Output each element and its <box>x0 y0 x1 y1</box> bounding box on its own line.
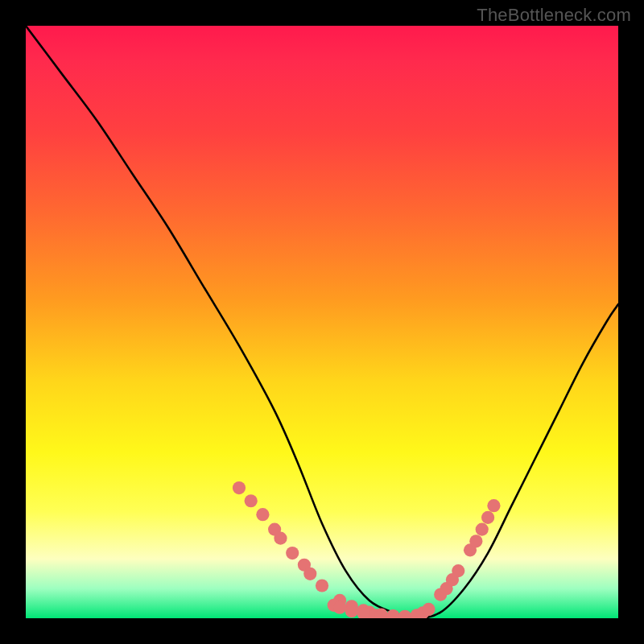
curve-line <box>26 26 618 618</box>
chart-frame: TheBottleneck.com <box>0 0 644 644</box>
marker-dot <box>422 603 435 616</box>
marker-dot <box>481 511 494 524</box>
marker-dot <box>274 532 287 545</box>
marker-dot <box>452 564 464 577</box>
watermark-text: TheBottleneck.com <box>477 5 631 26</box>
marker-dot <box>233 481 246 494</box>
marker-dot <box>303 568 316 580</box>
marker-dot <box>333 601 346 614</box>
marker-dot <box>245 494 258 507</box>
plot-area <box>26 26 618 618</box>
marker-dot <box>316 579 328 592</box>
marker-dot <box>476 523 489 536</box>
chart-svg <box>26 26 618 618</box>
marker-dot <box>487 499 500 512</box>
marker-dot <box>469 535 482 547</box>
marker-dot <box>345 605 358 617</box>
marker-dot <box>398 610 411 618</box>
marker-dot <box>256 508 269 521</box>
marker-dot <box>286 547 299 559</box>
